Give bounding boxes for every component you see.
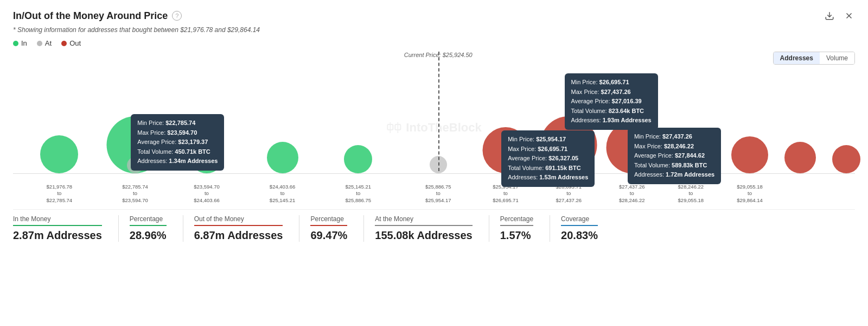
legend-in: In: [13, 39, 27, 47]
bubble-10: [606, 122, 658, 173]
bubble-12: [731, 136, 768, 173]
bubble-5: [267, 142, 298, 173]
stat-label-0: In the Money: [13, 215, 102, 223]
stat-divider-5: [550, 215, 550, 242]
chart-area: Addresses Volume IntoTheBlock Current Pr…: [13, 52, 855, 204]
stat-value-5: 1.57%: [500, 229, 533, 242]
stat-label-2: Out of the Money: [194, 215, 283, 223]
stat-group-6: Coverage20.83%: [561, 215, 614, 242]
svg-rect-3: [387, 124, 393, 130]
bubble-6: [344, 145, 372, 173]
legend-out: Out: [61, 39, 81, 47]
bubble-8: [482, 127, 528, 173]
page-title: In/Out of the Money Around Price: [13, 10, 168, 22]
legend-in-label: In: [21, 39, 27, 47]
bubble-14: [832, 145, 860, 173]
legend-at-dot: [37, 41, 42, 46]
current-price-line: [438, 52, 439, 171]
stat-group-3: Percentage69.47%: [310, 215, 363, 242]
stat-divider-0: [118, 215, 119, 242]
header-icons: [824, 10, 855, 22]
stat-group-2: Out of the Money6.87m Addresses: [194, 215, 299, 242]
stat-label-4: At the Money: [375, 215, 472, 223]
volume-toggle-btn[interactable]: Volume: [820, 52, 854, 64]
legend: In At Out: [13, 39, 855, 47]
x-label-6: $25,954.17to$26,695.71: [493, 184, 519, 204]
title-area: In/Out of the Money Around Price ?: [13, 10, 182, 22]
x-label-4: $25,145.21to$25,886.75: [346, 184, 372, 204]
legend-out-dot: [61, 41, 67, 46]
stat-group-0: In the Money2.87m Addresses: [13, 215, 118, 242]
stat-divider-2: [299, 215, 299, 242]
stat-underline-2: [194, 225, 283, 226]
stat-value-6: 20.83%: [561, 229, 598, 242]
main-container: In/Out of the Money Around Price ? * Sho…: [0, 0, 868, 326]
stat-group-4: At the Money155.08k Addresses: [375, 215, 488, 242]
download-icon[interactable]: [824, 10, 835, 22]
bubble-3: [127, 157, 143, 173]
x-label-3: $24,403.66to$25,145.21: [270, 184, 296, 204]
subtitle: * Showing information for addresses that…: [13, 26, 855, 34]
close-icon[interactable]: [843, 10, 855, 22]
legend-at: At: [37, 39, 52, 47]
stat-label-6: Coverage: [561, 215, 598, 223]
stat-value-0: 2.87m Addresses: [13, 229, 102, 242]
stat-label-1: Percentage: [130, 215, 167, 223]
stat-value-1: 28.96%: [130, 229, 167, 242]
svg-rect-4: [395, 124, 400, 130]
stat-underline-4: [375, 225, 472, 226]
stat-group-1: Percentage28.96%: [130, 215, 183, 242]
addresses-toggle-btn[interactable]: Addresses: [774, 52, 820, 64]
x-label-7: $26,695.71to$27,437.26: [556, 184, 582, 204]
help-icon[interactable]: ?: [172, 11, 182, 21]
stat-label-3: Percentage: [310, 215, 347, 223]
bottom-stats: In the Money2.87m AddressesPercentage28.…: [13, 209, 855, 242]
view-toggle: Addresses Volume: [773, 52, 855, 65]
bubble-11: [669, 130, 712, 173]
stat-group-5: Percentage1.57%: [500, 215, 550, 242]
header-row: In/Out of the Money Around Price ?: [13, 10, 855, 22]
stat-value-4: 155.08k Addresses: [375, 229, 472, 242]
x-label-9: $28,246.22to$29,055.18: [678, 184, 704, 204]
bubble-13: [784, 142, 816, 173]
x-label-1: $22,785.74to$23,594.70: [122, 184, 148, 204]
x-label-0: $21,976.78to$22,785.74: [47, 184, 73, 204]
stat-underline-6: [561, 225, 598, 226]
axis-line: [13, 173, 855, 174]
stat-underline-0: [13, 225, 102, 226]
stat-underline-1: [130, 225, 167, 226]
stat-underline-5: [500, 225, 533, 226]
stat-divider-4: [489, 215, 489, 242]
legend-in-dot: [13, 41, 18, 46]
stat-underline-3: [310, 225, 347, 226]
stat-divider-1: [183, 215, 183, 242]
legend-out-label: Out: [69, 39, 81, 47]
x-label-10: $29,055.18to$29,864.14: [737, 184, 763, 204]
stat-value-3: 69.47%: [310, 229, 347, 242]
bubble-1: [40, 135, 78, 173]
legend-at-label: At: [45, 39, 52, 47]
x-label-5: $25,886.75to$25,954.17: [425, 184, 451, 204]
stat-label-5: Percentage: [500, 215, 533, 223]
watermark: IntoTheBlock: [386, 120, 481, 135]
chart-inner: Addresses Volume IntoTheBlock Current Pr…: [13, 52, 855, 204]
x-label-8: $27,437.26to$28,246.22: [619, 184, 645, 204]
stat-value-2: 6.87m Addresses: [194, 229, 283, 242]
bubble-9: [540, 116, 597, 173]
stat-divider-3: [363, 215, 364, 242]
bubble-4: [190, 140, 224, 173]
x-label-2: $23,594.70to$24,403.66: [194, 184, 220, 204]
